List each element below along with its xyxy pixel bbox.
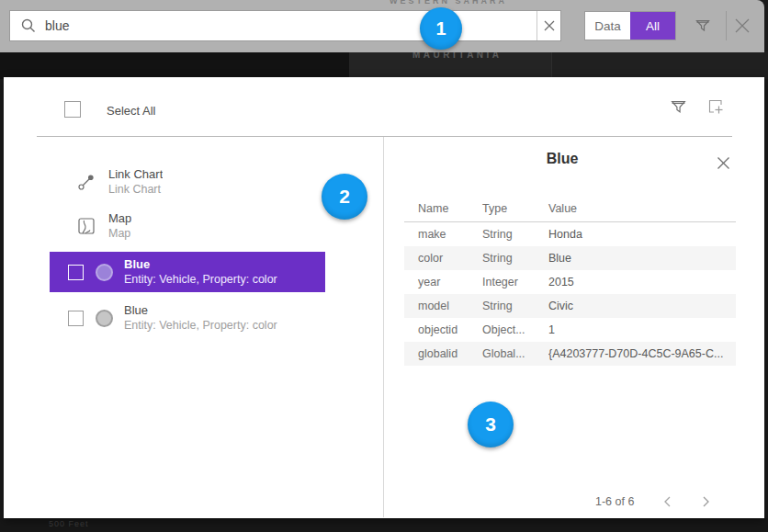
next-page-button[interactable] (695, 491, 717, 513)
table-row[interactable]: color String Blue (404, 246, 736, 270)
search-results-panel: Select All Link Chart Link Chart (4, 77, 764, 518)
result-title: Blue (124, 257, 277, 272)
attribute-table-header: Name Type Value (404, 195, 736, 222)
attr-value: 1 (548, 323, 736, 336)
column-header-value: Value (548, 202, 736, 215)
map-landmass-shape (0, 518, 768, 532)
close-icon (734, 17, 751, 34)
select-all-checkbox[interactable] (64, 101, 81, 118)
result-subtitle: Entity: Vehicle, Property: color (124, 272, 277, 287)
panel-header-divider (37, 136, 732, 137)
attr-name: year (418, 276, 482, 289)
panel-vertical-divider (383, 137, 384, 517)
table-row[interactable]: make String Honda (404, 222, 736, 246)
search-box[interactable] (9, 10, 561, 41)
map-landmass-shape (0, 51, 349, 79)
entity-circle-icon (96, 264, 113, 281)
select-all-label: Select All (107, 104, 155, 118)
search-icon (21, 18, 36, 33)
result-subtitle: Link Chart (108, 182, 163, 197)
result-item-link-chart[interactable]: Link Chart Link Chart (50, 162, 325, 202)
attr-value: {A4203777-D70D-4C5C-9A65-C... (548, 347, 736, 360)
result-subtitle: Map (108, 226, 131, 241)
result-checkbox[interactable] (68, 311, 84, 326)
result-checkbox[interactable] (68, 265, 84, 280)
map-icon (75, 217, 97, 235)
search-scope-toggle: Data All (584, 11, 676, 40)
attr-type: String (482, 252, 548, 265)
link-chart-icon (75, 173, 97, 191)
close-icon (717, 156, 730, 170)
app-window: MAURITANIA 500 Feet WESTERN SAHARA Data … (0, 0, 768, 532)
results-filter-button[interactable] (667, 96, 689, 118)
filter-funnel-icon (695, 17, 711, 34)
result-item-blue-selected[interactable]: Blue Entity: Vehicle, Property: color (50, 252, 325, 292)
result-title: Blue (124, 303, 277, 318)
attr-type: Integer (482, 276, 548, 289)
attr-name: globalid (418, 347, 482, 360)
table-row[interactable]: objectid Object... 1 (404, 318, 736, 342)
column-header-name: Name (418, 202, 482, 215)
filter-funnel-icon (670, 98, 687, 116)
result-item-map[interactable]: Map Map (50, 206, 325, 246)
close-search-button[interactable] (728, 11, 757, 40)
filter-button[interactable] (688, 11, 717, 40)
result-title: Map (108, 211, 131, 226)
annotation-badge-3: 3 (468, 402, 514, 447)
result-title: Link Chart (108, 167, 163, 182)
entity-circle-icon (96, 310, 113, 327)
detail-title: Blue (383, 151, 741, 167)
previous-page-button[interactable] (656, 491, 678, 513)
attribute-table: Name Type Value make String Honda color … (404, 195, 736, 366)
search-toolbar: WESTERN SAHARA Data All (0, 0, 764, 52)
map-scale-label: 500 Feet (49, 519, 89, 528)
attr-type: String (482, 300, 548, 312)
result-subtitle: Entity: Vehicle, Property: color (124, 318, 277, 333)
table-row[interactable]: year Integer 2015 (404, 270, 736, 294)
scope-option-data[interactable]: Data (585, 12, 630, 40)
map-landmass-shape (551, 51, 768, 79)
attr-type: Global... (482, 347, 548, 360)
table-row[interactable]: globalid Global... {A4203777-D70D-4C5C-9… (404, 342, 736, 366)
clear-search-button[interactable] (536, 11, 560, 40)
annotation-badge-1: 1 (420, 7, 462, 50)
scope-option-all[interactable]: All (630, 12, 675, 40)
attr-name: make (418, 228, 482, 241)
attr-name: model (418, 300, 482, 312)
result-item-blue[interactable]: Blue Entity: Vehicle, Property: color (50, 298, 325, 338)
toolbar-divider (726, 11, 727, 40)
annotation-badge-2: 2 (322, 174, 367, 220)
attr-name: objectid (418, 323, 482, 336)
add-to-selection-icon (706, 97, 725, 116)
pagination-label: 1-6 of 6 (595, 495, 634, 508)
table-row[interactable]: model String Civic (404, 294, 736, 318)
attr-value: Civic (548, 300, 736, 312)
attr-value: Blue (548, 252, 736, 265)
attr-name: color (418, 252, 482, 265)
map-region-label: WESTERN SAHARA (390, 0, 507, 6)
pagination: 1-6 of 6 (555, 491, 739, 513)
add-selection-button[interactable] (705, 96, 727, 118)
column-header-type: Type (482, 202, 548, 215)
attr-value: 2015 (548, 276, 736, 289)
attr-value: Honda (548, 228, 736, 241)
attr-type: Object... (482, 323, 548, 336)
detail-close-button[interactable] (713, 153, 733, 173)
attr-type: String (482, 228, 548, 241)
